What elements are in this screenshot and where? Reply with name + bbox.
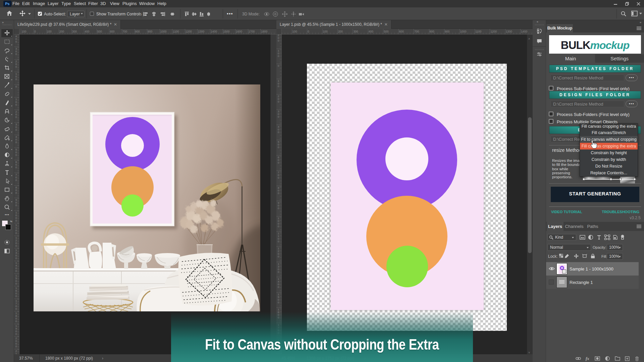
svg-text:fx: fx <box>586 356 589 361</box>
